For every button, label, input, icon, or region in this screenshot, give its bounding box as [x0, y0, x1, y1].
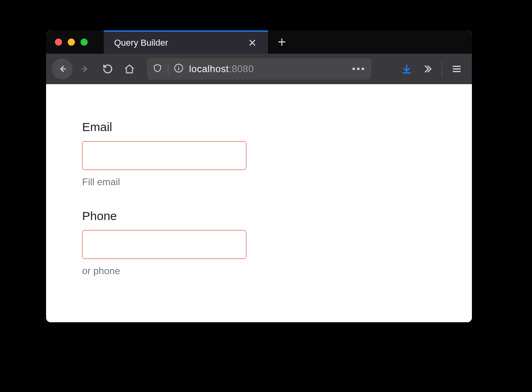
url-text: localhost:8080 — [189, 63, 254, 75]
svg-point-4 — [178, 66, 179, 67]
browser-toolbar: localhost:8080 ••• — [46, 54, 472, 84]
forward-button[interactable] — [75, 59, 96, 79]
home-icon — [124, 64, 135, 74]
shield-icon[interactable] — [153, 63, 162, 75]
phone-field-group: Phone or phone — [82, 209, 472, 277]
phone-hint: or phone — [82, 265, 472, 277]
email-field-group: Email Fill email — [82, 120, 472, 188]
close-window-button[interactable] — [55, 38, 62, 46]
reload-icon — [103, 64, 113, 74]
download-icon — [401, 64, 412, 74]
email-input[interactable] — [82, 141, 246, 170]
downloads-button[interactable] — [397, 59, 416, 79]
urlbar-divider — [168, 63, 168, 75]
titlebar: Query Builder ✕ + — [46, 30, 472, 54]
toolbar-separator — [442, 61, 442, 77]
minimize-window-button[interactable] — [68, 38, 75, 46]
url-host: localhost — [189, 63, 229, 74]
maximize-window-button[interactable] — [81, 38, 88, 46]
arrow-left-icon — [57, 64, 67, 74]
email-label: Email — [82, 120, 472, 134]
phone-input[interactable] — [82, 230, 246, 259]
window-controls — [46, 30, 104, 54]
back-button[interactable] — [52, 59, 73, 79]
menu-button[interactable] — [447, 59, 466, 79]
page-content: Email Fill email Phone or phone — [46, 84, 472, 322]
new-tab-button[interactable]: + — [268, 35, 296, 49]
hamburger-icon — [451, 64, 462, 74]
phone-label: Phone — [82, 209, 472, 223]
chevrons-right-icon — [422, 64, 433, 74]
toolbar-right — [397, 59, 466, 79]
info-icon[interactable] — [174, 63, 183, 75]
address-bar[interactable]: localhost:8080 ••• — [147, 58, 371, 80]
browser-window: Query Builder ✕ + localhost:8080 — [46, 30, 472, 322]
page-actions-button[interactable]: ••• — [352, 63, 366, 75]
email-hint: Fill email — [82, 176, 472, 188]
home-button[interactable] — [120, 59, 139, 79]
tab-title: Query Builder — [114, 38, 168, 48]
overflow-button[interactable] — [418, 59, 437, 79]
url-port: :8080 — [229, 63, 254, 74]
browser-tab-active[interactable]: Query Builder ✕ — [104, 30, 268, 54]
close-tab-icon[interactable]: ✕ — [245, 36, 260, 50]
arrow-right-icon — [80, 64, 91, 74]
reload-button[interactable] — [98, 59, 117, 79]
